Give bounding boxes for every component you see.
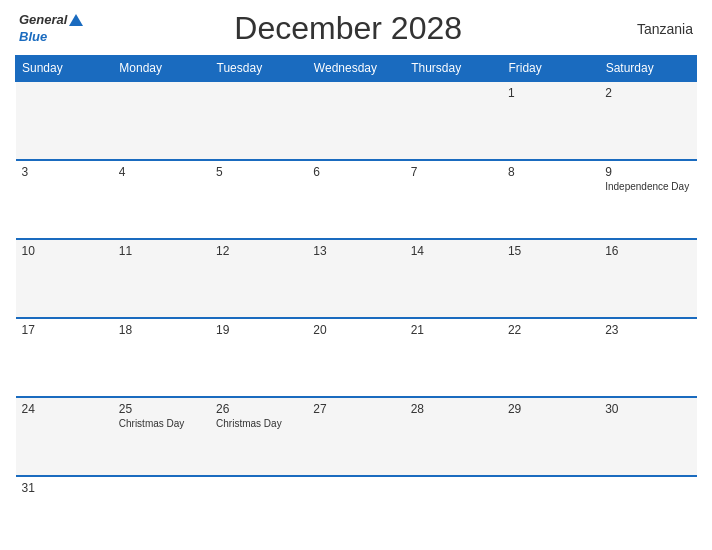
day-number: 28 <box>411 402 496 416</box>
calendar-cell: 15 <box>502 239 599 318</box>
day-number: 14 <box>411 244 496 258</box>
calendar-cell: 21 <box>405 318 502 397</box>
calendar-table: SundayMondayTuesdayWednesdayThursdayFrid… <box>15 55 697 540</box>
calendar-week-5: 31 <box>16 476 697 540</box>
calendar-cell: 6 <box>307 160 404 239</box>
calendar-wrapper: General Blue December 2028 Tanzania Sund… <box>0 0 712 550</box>
calendar-cell: 10 <box>16 239 113 318</box>
day-number: 13 <box>313 244 398 258</box>
calendar-cell <box>307 476 404 540</box>
weekday-header-row: SundayMondayTuesdayWednesdayThursdayFrid… <box>16 56 697 82</box>
day-number: 12 <box>216 244 301 258</box>
calendar-cell: 26Christmas Day <box>210 397 307 476</box>
calendar-week-1: 3456789Independence Day <box>16 160 697 239</box>
day-number: 10 <box>22 244 107 258</box>
calendar-cell <box>210 476 307 540</box>
calendar-cell: 3 <box>16 160 113 239</box>
calendar-cell: 14 <box>405 239 502 318</box>
calendar-cell <box>599 476 696 540</box>
day-number: 19 <box>216 323 301 337</box>
day-number: 16 <box>605 244 690 258</box>
calendar-cell: 2 <box>599 81 696 160</box>
calendar-week-2: 10111213141516 <box>16 239 697 318</box>
weekday-header-monday: Monday <box>113 56 210 82</box>
calendar-cell: 13 <box>307 239 404 318</box>
calendar-cell: 31 <box>16 476 113 540</box>
day-number: 1 <box>508 86 593 100</box>
day-number: 31 <box>22 481 107 495</box>
calendar-week-4: 2425Christmas Day26Christmas Day27282930 <box>16 397 697 476</box>
calendar-cell <box>16 81 113 160</box>
calendar-cell: 25Christmas Day <box>113 397 210 476</box>
day-number: 8 <box>508 165 593 179</box>
calendar-cell: 1 <box>502 81 599 160</box>
calendar-cell: 17 <box>16 318 113 397</box>
calendar-cell <box>210 81 307 160</box>
calendar-cell: 5 <box>210 160 307 239</box>
calendar-cell: 30 <box>599 397 696 476</box>
calendar-cell <box>502 476 599 540</box>
day-number: 23 <box>605 323 690 337</box>
day-number: 4 <box>119 165 204 179</box>
calendar-cell: 18 <box>113 318 210 397</box>
calendar-week-3: 17181920212223 <box>16 318 697 397</box>
day-number: 15 <box>508 244 593 258</box>
calendar-cell: 19 <box>210 318 307 397</box>
day-number: 2 <box>605 86 690 100</box>
day-number: 7 <box>411 165 496 179</box>
weekday-header-friday: Friday <box>502 56 599 82</box>
logo: General Blue <box>19 13 83 45</box>
logo-general-text: General <box>19 13 67 27</box>
logo-triangle-icon <box>69 14 83 26</box>
holiday-name: Independence Day <box>605 181 690 192</box>
calendar-cell <box>113 476 210 540</box>
month-title: December 2028 <box>83 10 613 47</box>
country-label: Tanzania <box>613 21 693 37</box>
weekday-header-thursday: Thursday <box>405 56 502 82</box>
weekday-header-wednesday: Wednesday <box>307 56 404 82</box>
day-number: 20 <box>313 323 398 337</box>
logo-blue-text: Blue <box>19 29 47 44</box>
day-number: 29 <box>508 402 593 416</box>
day-number: 11 <box>119 244 204 258</box>
calendar-cell: 28 <box>405 397 502 476</box>
calendar-cell <box>113 81 210 160</box>
calendar-cell: 8 <box>502 160 599 239</box>
day-number: 30 <box>605 402 690 416</box>
day-number: 26 <box>216 402 301 416</box>
calendar-cell: 12 <box>210 239 307 318</box>
day-number: 3 <box>22 165 107 179</box>
calendar-cell: 20 <box>307 318 404 397</box>
calendar-cell <box>405 81 502 160</box>
calendar-header: General Blue December 2028 Tanzania <box>15 10 697 47</box>
calendar-cell <box>405 476 502 540</box>
calendar-cell: 11 <box>113 239 210 318</box>
calendar-cell: 16 <box>599 239 696 318</box>
calendar-cell: 23 <box>599 318 696 397</box>
day-number: 18 <box>119 323 204 337</box>
holiday-name: Christmas Day <box>216 418 301 429</box>
calendar-cell: 22 <box>502 318 599 397</box>
day-number: 5 <box>216 165 301 179</box>
calendar-week-0: 12 <box>16 81 697 160</box>
holiday-name: Christmas Day <box>119 418 204 429</box>
calendar-cell: 27 <box>307 397 404 476</box>
calendar-cell <box>307 81 404 160</box>
day-number: 24 <box>22 402 107 416</box>
calendar-cell: 29 <box>502 397 599 476</box>
calendar-cell: 9Independence Day <box>599 160 696 239</box>
day-number: 9 <box>605 165 690 179</box>
day-number: 22 <box>508 323 593 337</box>
weekday-header-saturday: Saturday <box>599 56 696 82</box>
day-number: 17 <box>22 323 107 337</box>
day-number: 21 <box>411 323 496 337</box>
day-number: 27 <box>313 402 398 416</box>
day-number: 25 <box>119 402 204 416</box>
calendar-cell: 4 <box>113 160 210 239</box>
weekday-header-sunday: Sunday <box>16 56 113 82</box>
calendar-cell: 7 <box>405 160 502 239</box>
day-number: 6 <box>313 165 398 179</box>
calendar-cell: 24 <box>16 397 113 476</box>
weekday-header-tuesday: Tuesday <box>210 56 307 82</box>
